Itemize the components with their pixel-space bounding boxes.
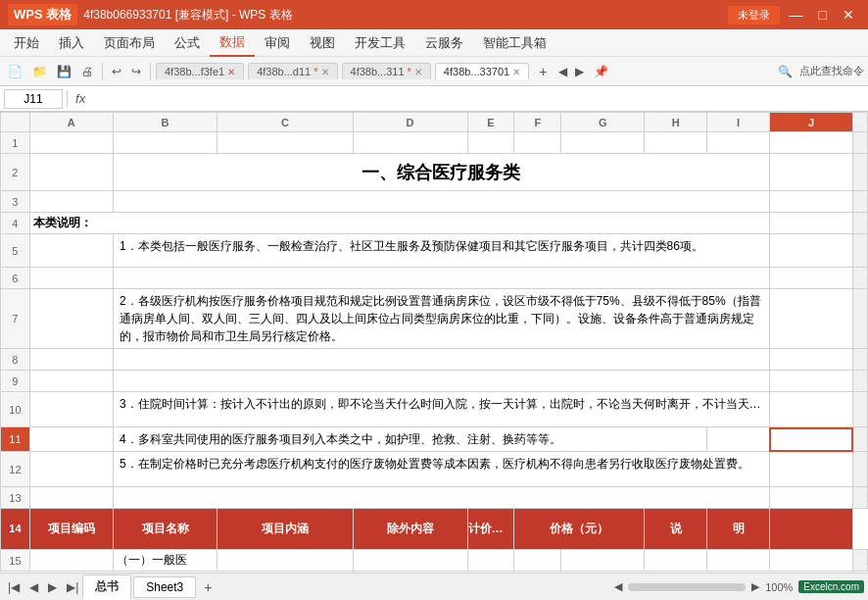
- cell-a8[interactable]: [29, 349, 113, 371]
- tab-close-4[interactable]: ✕: [512, 67, 520, 77]
- menu-view[interactable]: 视图: [300, 30, 345, 56]
- cell-a11[interactable]: [29, 427, 113, 452]
- cell-i11[interactable]: [707, 427, 770, 452]
- cell-f15[interactable]: [514, 550, 561, 572]
- cell-j10[interactable]: [769, 392, 852, 427]
- formula-input[interactable]: [93, 90, 864, 108]
- tab-prev-button[interactable]: ◀: [555, 63, 571, 80]
- col-header-e[interactable]: E: [467, 113, 514, 132]
- cell-a9[interactable]: [29, 371, 113, 392]
- cell-reference-input[interactable]: [4, 89, 63, 109]
- col-header-f[interactable]: F: [514, 113, 561, 132]
- cell-note-3[interactable]: 3．住院时间计算：按计入不计出的原则，即不论当天什么时间入院，按一天计算，出院时…: [113, 392, 769, 427]
- cell-b6[interactable]: [113, 268, 769, 289]
- cell-j6[interactable]: [769, 268, 852, 289]
- cell-h15[interactable]: [645, 550, 707, 572]
- cell-a7[interactable]: [29, 289, 113, 349]
- document-tab-3[interactable]: 4f38b...311 * ✕: [342, 63, 431, 79]
- cell-j1[interactable]: [769, 132, 852, 154]
- cell-j11[interactable]: [769, 427, 852, 452]
- sheet-tab-sheet3[interactable]: Sheet3: [133, 576, 196, 598]
- cell-note-5[interactable]: 5．在制定价格时已充分考虑医疗机构支付的医疗废物处置费等成本因素，医疗机构不得向…: [113, 452, 769, 487]
- document-tab-2[interactable]: 4f38b...d11 * ✕: [248, 63, 337, 79]
- cell-g1[interactable]: [561, 132, 645, 154]
- document-tab-1[interactable]: 4f38b...f3fe1 ✕: [156, 63, 244, 79]
- cell-a10[interactable]: [29, 392, 113, 427]
- cell-c15[interactable]: [217, 550, 353, 572]
- cell-b9[interactable]: [113, 371, 769, 392]
- cell-j5[interactable]: [769, 234, 852, 268]
- menu-data[interactable]: 数据: [210, 29, 255, 57]
- col-header-h[interactable]: H: [645, 113, 707, 132]
- cell-j9[interactable]: [769, 371, 852, 392]
- menu-layout[interactable]: 页面布局: [94, 30, 165, 56]
- cell-note-4[interactable]: 4．多科室共同使用的医疗服务项目列入本类之中，如护理、抢救、注射、换药等等。: [113, 427, 706, 452]
- cell-d1[interactable]: [353, 132, 467, 154]
- sheet-last-button[interactable]: ▶|: [63, 578, 82, 596]
- menu-formula[interactable]: 公式: [165, 30, 210, 56]
- sheet-left-button[interactable]: ◀: [25, 578, 42, 596]
- add-sheet-button[interactable]: +: [198, 577, 217, 597]
- cell-i15[interactable]: [707, 550, 770, 572]
- cell-note-title[interactable]: 本类说明：: [29, 213, 769, 234]
- menu-devtools[interactable]: 开发工具: [345, 30, 415, 56]
- col-header-b[interactable]: B: [113, 113, 217, 132]
- h-scrollbar-left[interactable]: ◀: [614, 580, 622, 593]
- cell-j13[interactable]: [769, 487, 852, 509]
- cell-b8[interactable]: [113, 349, 769, 371]
- menu-review[interactable]: 审阅: [255, 30, 300, 56]
- open-icon[interactable]: 📁: [28, 63, 51, 80]
- cell-h1[interactable]: [645, 132, 707, 154]
- cell-j7[interactable]: [769, 289, 852, 349]
- cell-b13[interactable]: [113, 487, 769, 509]
- col-header-d[interactable]: D: [353, 113, 467, 132]
- cell-a3[interactable]: [29, 191, 113, 213]
- sheet-prev-button[interactable]: |◀: [4, 578, 24, 596]
- tab-close-1[interactable]: ✕: [227, 67, 235, 77]
- col-header-i[interactable]: I: [707, 113, 770, 132]
- document-tab-4[interactable]: 4f38b...33701 ✕: [435, 63, 529, 79]
- col-header-j[interactable]: J: [769, 113, 852, 132]
- cell-note-1[interactable]: 1．本类包括一般医疗服务、一般检查治疗、社区卫生服务及预防保健项目和其它医疗服务…: [113, 234, 769, 268]
- sheet-right-button[interactable]: ▶: [44, 578, 61, 596]
- v-scrollbar[interactable]: [853, 132, 868, 154]
- close-button[interactable]: ✕: [837, 5, 860, 25]
- minimize-button[interactable]: —: [784, 5, 809, 25]
- search-icon[interactable]: 🔍: [774, 63, 796, 80]
- maximize-button[interactable]: □: [813, 5, 833, 25]
- save-icon[interactable]: 💾: [53, 63, 75, 80]
- cell-g15[interactable]: [561, 550, 645, 572]
- cell-j3[interactable]: [769, 191, 852, 213]
- h-scrollbar-track[interactable]: [628, 583, 746, 591]
- tab-next-button[interactable]: ▶: [571, 63, 588, 80]
- cell-j8[interactable]: [769, 349, 852, 371]
- cell-a15[interactable]: [29, 550, 113, 572]
- col-header-g[interactable]: G: [561, 113, 645, 132]
- search-label[interactable]: 点此查找命令: [799, 64, 864, 78]
- cell-c1[interactable]: [217, 132, 353, 154]
- sheet-tab-zongbu[interactable]: 总书: [82, 575, 131, 600]
- cell-a2[interactable]: [29, 154, 113, 191]
- col-header-a[interactable]: A: [29, 113, 113, 132]
- cell-a6[interactable]: [29, 268, 113, 289]
- login-button[interactable]: 未登录: [728, 6, 780, 25]
- cell-b1[interactable]: [113, 132, 217, 154]
- cell-i1[interactable]: [707, 132, 770, 154]
- print-icon[interactable]: 🖨: [77, 63, 97, 80]
- cell-a5[interactable]: [29, 234, 113, 268]
- cell-j2[interactable]: [769, 154, 852, 191]
- redo-icon[interactable]: ↪: [127, 63, 145, 80]
- h-scrollbar-right[interactable]: ▶: [751, 580, 759, 593]
- cell-j4[interactable]: [769, 213, 852, 234]
- undo-icon[interactable]: ↩: [108, 63, 125, 80]
- cell-b15[interactable]: （一）一般医: [113, 550, 217, 572]
- cell-title[interactable]: 一、综合医疗服务类: [113, 154, 769, 191]
- cell-a13[interactable]: [29, 487, 113, 509]
- menu-cloud[interactable]: 云服务: [415, 30, 473, 56]
- menu-start[interactable]: 开始: [4, 30, 49, 56]
- cell-f1[interactable]: [514, 132, 561, 154]
- tab-close-3[interactable]: ✕: [414, 67, 422, 77]
- new-icon[interactable]: 📄: [4, 63, 26, 80]
- col-header-c[interactable]: C: [217, 113, 353, 132]
- cell-a1[interactable]: [29, 132, 113, 154]
